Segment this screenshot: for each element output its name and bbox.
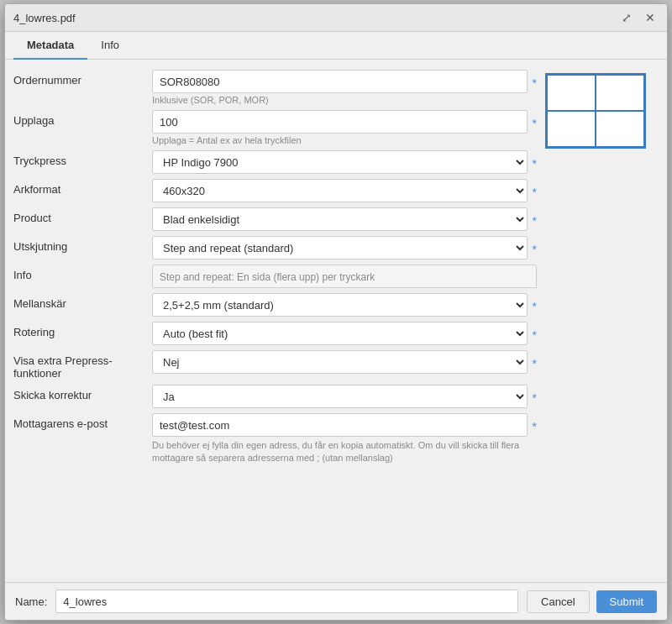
product-required: * [533,211,537,228]
utskjutning-label: Utskjutning [13,236,152,253]
utskjutning-required: * [533,239,537,256]
name-input[interactable] [55,590,518,613]
product-label: Product [13,207,152,224]
skicka-korrektur-label: Skicka korrektur [13,385,152,401]
submit-button[interactable]: Submit [596,590,657,613]
skicka-korrektur-select[interactable]: Ja [152,385,528,408]
content-area: Ordernummer * Inklusive (SOR, POR, MOR) … [5,60,667,582]
epost-label: Mottagarens e-post [13,413,152,430]
utskjutning-select[interactable]: Step and repeat (standard) [152,236,528,260]
arkformat-label: Arkformat [13,179,152,196]
preview-cell-1 [547,75,596,111]
ordernummer-row: Ordernummer * Inklusive (SOR, POR, MOR) [13,70,537,105]
ordernummer-input[interactable] [152,70,528,93]
epost-hint: Du behöver ej fylla din egen adress, du … [152,439,537,465]
tryckpress-label: Tryckpress [13,150,152,167]
skicka-korrektur-required: * [533,388,537,405]
rotering-row: Rotering Auto (best fit) * [13,322,537,345]
ordernummer-label: Ordernummer [13,70,152,87]
dialog: 4_lowres.pdf ⤢ ✕ Metadata Info Ordernumm… [4,3,668,621]
tryckpress-row: Tryckpress HP Indigo 7900 * [13,150,537,174]
epost-input[interactable] [152,413,528,437]
title-bar: 4_lowres.pdf ⤢ ✕ [5,4,667,32]
upplaga-hint: Upplaga = Antal ex av hela tryckfilen [152,135,537,145]
product-select[interactable]: Blad enkelsidigt [152,207,528,231]
product-row: Product Blad enkelsidigt * [13,207,537,231]
mellanskar-required: * [533,296,537,313]
epost-row: Mottagarens e-post * Du behöver ej fylla… [13,413,537,465]
ordernummer-required: * [533,73,537,90]
arkformat-select[interactable]: 460x320 [152,179,528,202]
preview-cell-3 [547,111,596,147]
preview-cell-4 [596,111,644,147]
tab-metadata[interactable]: Metadata [13,32,87,60]
info-row: Info Step and repeat: En sida (flera upp… [13,265,537,288]
visa-extra-required: * [533,354,537,370]
rotering-label: Rotering [13,322,152,338]
cancel-button[interactable]: Cancel [527,590,589,613]
visa-extra-select[interactable]: Nej [152,350,528,374]
preview-cell-2 [596,75,644,111]
dialog-title: 4_lowres.pdf [13,12,76,24]
bottom-bar: Name: Cancel Submit [5,582,667,620]
info-value: Step and repeat: En sida (flera upp) per… [152,265,537,288]
upplaga-input[interactable] [152,110,528,134]
close-button[interactable]: ✕ [642,9,659,26]
skicka-korrektur-row: Skicka korrektur Ja * [13,385,537,408]
tab-info[interactable]: Info [87,32,133,60]
tab-bar: Metadata Info [5,32,667,60]
rotering-required: * [533,325,537,342]
upplaga-required: * [533,113,537,130]
info-label: Info [13,265,152,281]
mellanskar-select[interactable]: 2,5+2,5 mm (standard) [152,293,528,317]
preview-section [545,70,659,572]
tryckpress-select[interactable]: HP Indigo 7900 [152,150,528,174]
mellanskar-row: Mellanskär 2,5+2,5 mm (standard) * [13,293,537,317]
utskjutning-row: Utskjutning Step and repeat (standard) * [13,236,537,260]
form-section: Ordernummer * Inklusive (SOR, POR, MOR) … [13,70,537,572]
arkformat-row: Arkformat 460x320 * [13,179,537,202]
name-label: Name: [15,595,47,608]
expand-button[interactable]: ⤢ [618,9,635,26]
bottom-actions: Cancel Submit [527,590,657,613]
preview-grid [545,73,646,149]
upplaga-row: Upplaga * Upplaga = Antal ex av hela try… [13,110,537,145]
tryckpress-required: * [533,154,537,170]
rotering-select[interactable]: Auto (best fit) [152,322,528,345]
visa-extra-row: Visa extra Prepress-funktioner Nej * [13,350,537,380]
ordernummer-hint: Inklusive (SOR, POR, MOR) [152,95,537,105]
mellanskar-label: Mellanskär [13,293,152,310]
arkformat-required: * [533,182,537,199]
visa-extra-label: Visa extra Prepress-funktioner [13,350,152,380]
upplaga-label: Upplaga [13,110,152,127]
epost-required: * [533,417,537,433]
